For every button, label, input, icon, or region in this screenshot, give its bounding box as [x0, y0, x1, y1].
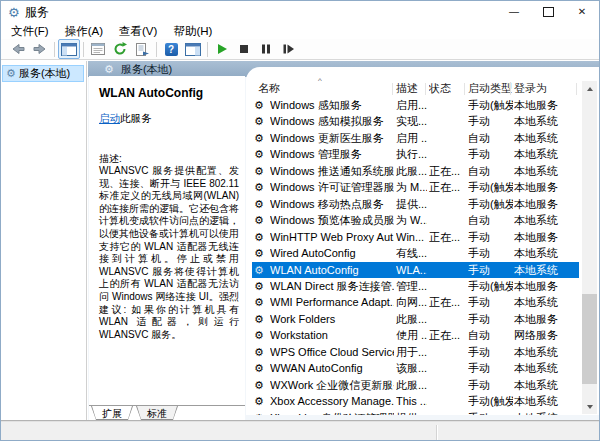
service-startup-type-cell: 自动 — [468, 213, 513, 227]
service-gear-icon: ⚙ — [254, 197, 264, 211]
service-gear-icon: ⚙ — [254, 279, 264, 293]
column-header-3[interactable]: 启动类型 — [468, 81, 512, 97]
table-row[interactable]: ⚙Windows 推送通知系统服务此服...正在...自动本地系统 — [252, 163, 579, 179]
back-button[interactable] — [7, 39, 29, 59]
table-row[interactable]: ⚙WWAN AutoConfig该服...手动本地系统 — [252, 360, 579, 376]
service-logon-as-cell: 本地系统 — [514, 378, 577, 392]
service-logon-as-cell: 本地系统 — [514, 213, 577, 227]
service-name-cell: WPS Office Cloud Service — [270, 345, 394, 359]
menu-item-2[interactable]: 查看(V) — [111, 23, 165, 40]
back-icon — [10, 41, 26, 57]
table-row[interactable]: ⚙Work Folders此服...手动本地服务 — [252, 311, 579, 327]
start-service-button[interactable] — [211, 39, 233, 59]
table-row[interactable]: ⚙Windows 更新医生服务启用 ...自动本地系统 — [252, 130, 579, 146]
column-header-2[interactable]: 状态 — [429, 81, 451, 97]
show-action-pane-button[interactable] — [182, 39, 204, 59]
menu-bar: 文件(F)操作(A)查看(V)帮助(H) — [1, 23, 599, 39]
table-row[interactable]: ⚙WXWork 企业微信更新服务此服...手动本地系统 — [252, 377, 579, 393]
services-list: ^ 名称描述状态启动类型登录为 ⚙Windows 感知服务启用...手动(触发.… — [246, 67, 599, 415]
table-row[interactable]: ⚙WLAN Direct 服务连接管...管理...手动(触发...本地服务 — [252, 278, 579, 294]
table-row[interactable]: ⚙Windows 感知模拟服务实现...手动本地系统 — [252, 113, 579, 129]
table-row[interactable]: ⚙Windows 感知服务启用...手动(触发...本地服务 — [252, 97, 579, 113]
table-row[interactable]: ⚙WPS Office Cloud Service用于...手动本地系统 — [252, 344, 579, 360]
table-row[interactable]: ⚙WinHTTP Web Proxy Aut...Win...正在...手动本地… — [252, 229, 579, 245]
column-header-1[interactable]: 描述 — [396, 81, 418, 97]
service-description-cell: 用于... — [396, 345, 427, 359]
service-description-cell: 此服... — [396, 378, 427, 392]
service-startup-type-cell: 手动(触发... — [468, 98, 513, 112]
maximize-button[interactable] — [531, 1, 565, 22]
scroll-up-icon[interactable] — [582, 81, 597, 96]
service-name-cell: WXWork 企业微信更新服务 — [270, 378, 394, 392]
help-button[interactable]: ? — [160, 39, 182, 59]
service-description-cell: 提供... — [396, 197, 427, 211]
service-startup-type-cell: 手动(触发... — [468, 180, 513, 194]
start-service-icon — [214, 41, 230, 57]
menu-item-1[interactable]: 操作(A) — [57, 23, 111, 40]
tab-extended[interactable]: 扩展 — [91, 406, 133, 420]
service-logon-as-cell: 本地系统 — [514, 114, 577, 128]
stop-service-button[interactable] — [233, 39, 255, 59]
column-separator — [510, 83, 511, 95]
service-startup-type-cell: 手动 — [468, 312, 513, 326]
service-gear-icon: ⚙ — [254, 378, 264, 392]
column-header-0[interactable]: 名称 — [258, 81, 280, 97]
menu-item-0[interactable]: 文件(F) — [3, 23, 57, 40]
close-button[interactable]: ✕ — [565, 1, 599, 22]
sort-ascending-icon: ^ — [318, 76, 322, 85]
export-list-button[interactable] — [131, 39, 153, 59]
extended-view-panel: WLAN AutoConfig 启动此服务 描述: WLANSVC 服务提供配置… — [89, 76, 245, 405]
service-description-cell: 为 M... — [396, 180, 427, 194]
table-row[interactable]: ⚙Xbox Live 身份验证管理器提供...手动本地系统 — [252, 410, 579, 415]
service-gear-icon: ⚙ — [254, 114, 264, 128]
maximize-icon — [543, 7, 554, 17]
table-row[interactable]: ⚙WMI Performance Adapt...向网...正在...手动本地系… — [252, 294, 579, 310]
service-gear-icon: ⚙ — [254, 345, 264, 359]
properties-icon — [90, 42, 106, 56]
vertical-scrollbar[interactable] — [582, 81, 597, 414]
table-row[interactable]: ⚙Windows 管理服务执行...手动本地系统 — [252, 146, 579, 162]
service-gear-icon: ⚙ — [254, 312, 264, 326]
service-gear-icon: ⚙ — [254, 361, 264, 375]
table-row[interactable]: ⚙Windows 移动热点服务提供...手动(触发...本地服务 — [252, 196, 579, 212]
tab-standard[interactable]: 标准 — [136, 406, 178, 420]
service-description-cell: 使用 ... — [396, 328, 427, 342]
service-name-cell: WinHTTP Web Proxy Aut... — [270, 230, 394, 244]
refresh-button[interactable] — [109, 39, 131, 59]
scroll-down-icon[interactable] — [582, 399, 597, 414]
column-header-4[interactable]: 登录为 — [514, 81, 547, 97]
restart-service-button[interactable] — [277, 39, 299, 59]
service-gear-icon: ⚙ — [254, 263, 264, 277]
service-logon-as-cell: 本地系统 — [514, 147, 577, 161]
table-row[interactable]: ⚙Windows 预览体验成员服务为 W...自动本地系统 — [252, 212, 579, 228]
minimize-icon: — — [509, 6, 519, 17]
services-gear-icon: ⚙ — [8, 6, 20, 19]
forward-button[interactable] — [29, 39, 51, 59]
service-description-cell: 为 W... — [396, 213, 427, 227]
service-gear-icon: ⚙ — [254, 230, 264, 244]
service-startup-type-cell: 自动 — [468, 328, 513, 342]
scrollbar-thumb[interactable] — [582, 294, 597, 384]
toolbar-separator — [207, 42, 208, 57]
toolbar-separator — [54, 42, 55, 57]
table-row[interactable]: ⚙Wired AutoConfig有线...手动本地系统 — [252, 245, 579, 261]
pause-service-button[interactable] — [255, 39, 277, 59]
show-console-tree-button[interactable] — [58, 39, 80, 59]
stop-service-icon — [236, 41, 252, 57]
table-row[interactable]: ⚙Workstation使用 ...正在...自动网络服务 — [252, 327, 579, 343]
table-row[interactable]: ⚙Xbox Accessory Manage...This ...手动(触发..… — [252, 393, 579, 409]
service-gear-icon: ⚙ — [254, 411, 264, 415]
table-row[interactable]: ⚙WLAN AutoConfigWLA...手动本地系统 — [252, 262, 579, 278]
service-logon-as-cell: 本地系统 — [514, 361, 577, 375]
start-service-link[interactable]: 启动 — [99, 112, 120, 124]
menu-item-3[interactable]: 帮助(H) — [165, 23, 220, 40]
service-name-cell: WMI Performance Adapt... — [270, 295, 394, 309]
close-icon: ✕ — [578, 6, 586, 17]
service-description-cell: 启用 ... — [396, 131, 427, 145]
tree-item-services-local[interactable]: ⚙ 服务(本地) — [2, 65, 84, 82]
table-row[interactable]: ⚙Windows 许可证管理器服务为 M...正在...手动(触发...本地服务 — [252, 179, 579, 195]
minimize-button[interactable]: — — [497, 1, 531, 22]
properties-button[interactable] — [87, 39, 109, 59]
service-status-cell: 正在... — [429, 230, 466, 244]
tree-item-label: 服务(本地) — [19, 66, 70, 81]
